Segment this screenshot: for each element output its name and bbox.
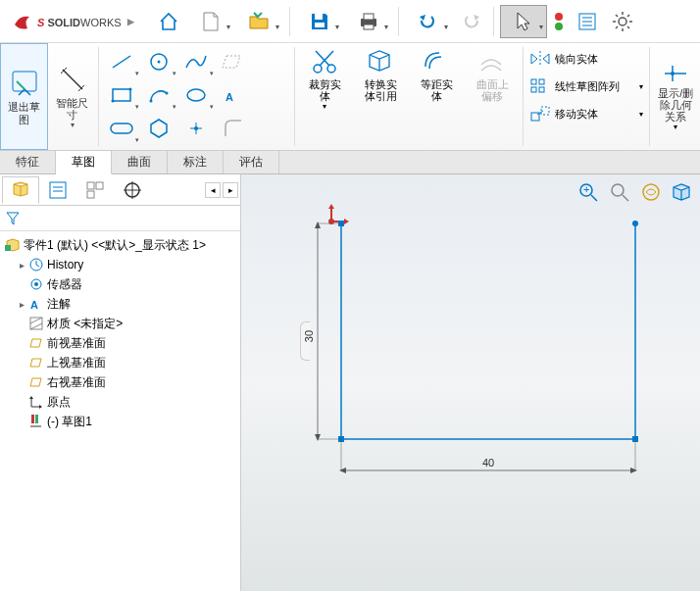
- move-icon: [529, 105, 551, 123]
- funnel-icon: [5, 211, 21, 226]
- convert-button[interactable]: 转换实 体引用: [353, 43, 409, 150]
- config-tab[interactable]: [76, 176, 114, 204]
- svg-rect-57: [5, 245, 11, 251]
- line-tool[interactable]: ▾: [103, 45, 140, 78]
- display-style-button[interactable]: [669, 178, 696, 206]
- svg-point-27: [187, 89, 205, 101]
- exit-sketch-icon: [9, 68, 40, 99]
- origin-icon: [29, 395, 43, 409]
- filter-button[interactable]: [4, 210, 22, 227]
- smart-dimension-button[interactable]: 智能尺 寸 ▾: [48, 43, 96, 150]
- svg-rect-68: [35, 415, 38, 423]
- tree-sketch1[interactable]: (-) 草图1: [0, 412, 240, 431]
- chevron-right-icon: ▶: [127, 17, 134, 26]
- new-button[interactable]: ▾: [187, 5, 234, 38]
- tab-surfaces[interactable]: 曲面: [112, 151, 168, 173]
- print-button[interactable]: ▾: [345, 5, 392, 38]
- line-icon: [110, 53, 133, 71]
- display-relations-button[interactable]: 显示/删 除几何 关系▾: [652, 43, 700, 150]
- tab-sketch[interactable]: 草图: [56, 151, 112, 174]
- tab-annotate[interactable]: 标注: [168, 151, 224, 173]
- polygon-icon: [148, 118, 170, 139]
- graphics-area[interactable]: + 30: [241, 174, 700, 591]
- svg-rect-51: [87, 182, 94, 189]
- gear-icon: [612, 11, 633, 32]
- zoom-area-button[interactable]: [606, 178, 633, 206]
- property-tab[interactable]: [39, 176, 76, 204]
- tree-material[interactable]: 材质 <未指定>: [0, 314, 240, 333]
- svg-point-23: [112, 100, 115, 103]
- fillet-tool[interactable]: [215, 112, 252, 145]
- svg-rect-52: [96, 182, 103, 189]
- home-button[interactable]: [152, 5, 185, 38]
- plane-icon: [29, 375, 43, 389]
- app-logo: S SOLIDWORKS ▶: [4, 11, 142, 32]
- select-button[interactable]: ▾: [500, 5, 547, 38]
- zoom-fit-button[interactable]: +: [575, 178, 602, 206]
- svg-rect-67: [31, 415, 34, 423]
- tree-history[interactable]: ▸ History: [0, 255, 240, 274]
- tree-front-plane[interactable]: 前视基准面: [0, 333, 240, 353]
- print-icon: [358, 11, 379, 32]
- move-button[interactable]: 移动实体▾: [527, 100, 645, 127]
- offset-button[interactable]: 等距实 体: [409, 43, 465, 150]
- tree-annotations[interactable]: ▸A 注解: [0, 294, 240, 314]
- sketch-tools-grid: ▾ ▾ ▾ ▾ ▾ ▾ A ▾: [101, 43, 292, 150]
- spline-icon: [184, 52, 208, 72]
- fillet-icon: [224, 119, 243, 138]
- panel-prev[interactable]: ◂: [205, 182, 221, 198]
- trim-button[interactable]: 裁剪实 体▾: [297, 43, 353, 150]
- svg-rect-22: [113, 89, 130, 101]
- point-tool[interactable]: [177, 112, 215, 145]
- pattern-button[interactable]: 线性草图阵列▾: [527, 73, 645, 100]
- sketch-geometry: 30 40: [280, 214, 692, 586]
- tree-root[interactable]: 零件1 (默认) <<默认>_显示状态 1>: [0, 235, 240, 255]
- tree-sensors[interactable]: 传感器: [0, 274, 240, 294]
- rectangle-tool[interactable]: ▾: [103, 78, 140, 112]
- traffic-lights-icon: [555, 13, 563, 30]
- exit-sketch-button[interactable]: 退出草 图: [0, 43, 48, 150]
- arc-tool[interactable]: ▾: [140, 78, 177, 112]
- text-tool[interactable]: A: [215, 78, 252, 112]
- sketch-icon: [29, 415, 43, 428]
- svg-text:30: 30: [303, 330, 315, 342]
- svg-point-24: [129, 88, 132, 91]
- svg-point-25: [150, 100, 153, 103]
- dimxpert-tab[interactable]: [114, 176, 151, 204]
- svg-line-74: [623, 195, 628, 201]
- circle-tool[interactable]: ▾: [140, 45, 177, 78]
- zoom-area-icon: [609, 181, 630, 203]
- view-orient-icon: [640, 181, 662, 203]
- surface-offset-button: 曲面上 偏移: [465, 43, 521, 150]
- convert-icon: [366, 47, 395, 76]
- sensor-icon: [29, 277, 43, 291]
- plane-tool[interactable]: [215, 45, 252, 78]
- part-icon: [5, 237, 21, 253]
- view-orient-button[interactable]: [637, 178, 665, 206]
- mirror-button[interactable]: 镜向实体: [527, 45, 645, 73]
- tab-evaluate[interactable]: 评估: [224, 151, 279, 173]
- plane-icon: [29, 336, 43, 350]
- tree-right-plane[interactable]: 右视基准面: [0, 372, 240, 392]
- ellipse-tool[interactable]: ▾: [177, 78, 215, 112]
- svg-rect-3: [364, 14, 374, 20]
- tab-features[interactable]: 特征: [0, 151, 56, 173]
- cursor-icon: [515, 11, 532, 32]
- save-button[interactable]: ▾: [296, 5, 343, 38]
- open-button[interactable]: ▾: [236, 5, 283, 38]
- svg-point-9: [619, 18, 626, 25]
- polygon-tool[interactable]: [140, 112, 177, 145]
- svg-line-19: [113, 56, 130, 68]
- slot-tool[interactable]: ▾: [103, 112, 140, 145]
- tree-top-plane[interactable]: 上视基准面: [0, 353, 240, 372]
- panel-next[interactable]: ▸: [223, 182, 238, 198]
- redo-button[interactable]: [454, 5, 487, 38]
- settings-button[interactable]: [606, 5, 639, 38]
- options-panel-button[interactable]: [571, 5, 604, 38]
- feature-tree-tab[interactable]: [2, 176, 39, 204]
- spline-tool[interactable]: ▾: [177, 45, 215, 78]
- undo-button[interactable]: ▾: [405, 5, 452, 38]
- feature-tree-icon: [11, 180, 30, 200]
- arc-icon: [148, 85, 170, 105]
- tree-origin[interactable]: 原点: [0, 392, 240, 412]
